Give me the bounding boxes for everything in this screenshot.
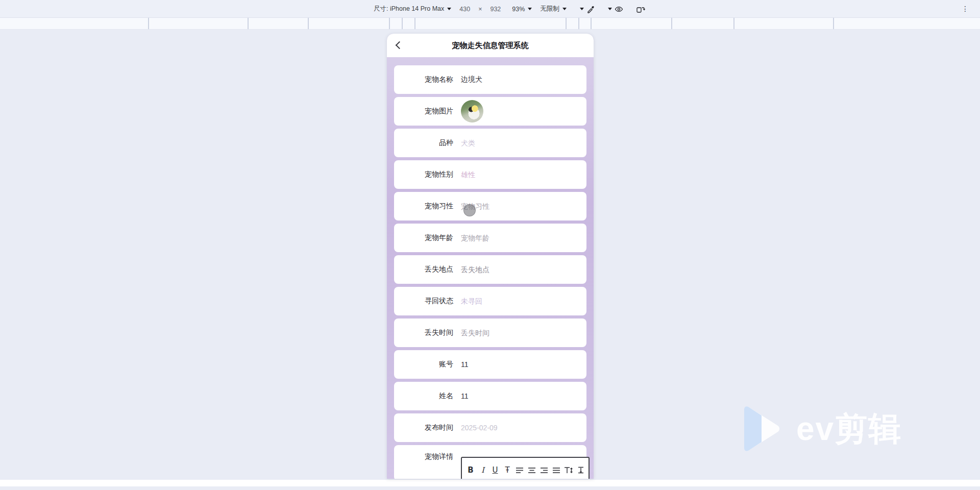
viewport-width-value[interactable]: 430	[459, 6, 470, 13]
breed-input[interactable]	[461, 139, 578, 147]
pet-form: 宠物名称 宠物图片 品种 宠物性别 宠物习性 宠物年龄 丢失地点	[387, 57, 594, 479]
rich-text-editor-toolbar: B I U Ŧ	[461, 457, 590, 479]
ruler-tick	[389, 18, 390, 29]
field-label: 宠物图片	[407, 107, 453, 116]
field-label: 丢失地点	[407, 265, 453, 274]
zoom-select[interactable]: 93%	[512, 6, 532, 13]
pet-name-input[interactable]	[461, 76, 578, 84]
form-row-pet-details: 宠物详情 B I U Ŧ	[394, 445, 586, 479]
lost-location-input[interactable]	[461, 265, 578, 274]
field-label: 丢失时间	[407, 328, 453, 337]
field-label: 宠物习性	[407, 202, 453, 211]
form-row-publish-time: 发布时间	[394, 413, 586, 442]
chevron-down-icon	[608, 8, 612, 10]
viewport-bottom-band	[0, 480, 980, 486]
color-picker-button[interactable]	[577, 5, 595, 13]
device-select[interactable]: 尺寸: iPhone 14 Pro Max	[374, 5, 451, 13]
form-row-name: 姓名	[394, 382, 586, 410]
gender-input[interactable]	[461, 170, 578, 179]
underline-icon[interactable]: U	[489, 465, 501, 475]
ruler-tick	[402, 18, 403, 29]
visibility-button[interactable]	[605, 6, 623, 13]
app-header: 宠物走失信息管理系统	[387, 34, 594, 57]
chevron-down-icon	[562, 8, 567, 10]
page-title: 宠物走失信息管理系统	[452, 41, 529, 51]
watermark-text: ev剪辑	[796, 407, 902, 451]
multiply-icon: ×	[478, 6, 482, 13]
chevron-down-icon	[580, 8, 584, 10]
align-left-icon[interactable]	[514, 465, 525, 475]
back-button[interactable]	[394, 41, 403, 50]
bold-icon[interactable]: B	[465, 465, 476, 475]
rotate-viewport-button[interactable]	[633, 5, 645, 13]
more-menu-icon[interactable]: ⋮	[962, 4, 969, 13]
field-label: 宠物名称	[407, 75, 453, 84]
form-row-pet-name: 宠物名称	[394, 65, 586, 94]
ruler-tick	[578, 18, 579, 29]
play-logo-icon	[739, 405, 783, 452]
color-picker-icon	[586, 5, 595, 13]
ruler-tick	[308, 18, 309, 29]
zoom-select-label: 93%	[512, 6, 525, 13]
device-select-label: 尺寸: iPhone 14 Pro Max	[374, 5, 444, 13]
watermark: ev剪辑	[739, 405, 902, 452]
ruler-tick	[566, 18, 567, 29]
rotate-device-icon	[636, 5, 645, 13]
field-label: 寻回状态	[407, 297, 453, 306]
font-size-icon[interactable]	[563, 465, 574, 475]
field-label: 宠物详情	[407, 452, 453, 461]
form-row-account: 账号	[394, 350, 586, 379]
align-justify-icon[interactable]	[551, 465, 562, 475]
chevron-down-icon	[528, 8, 532, 10]
recovery-status-input[interactable]	[461, 297, 578, 305]
age-input[interactable]	[461, 234, 578, 242]
account-input[interactable]	[461, 360, 578, 369]
form-row-age: 宠物年龄	[394, 224, 586, 252]
throttling-select[interactable]: 无限制	[540, 5, 567, 13]
form-row-recovery-status: 寻回状态	[394, 287, 586, 315]
ruler-tick	[248, 18, 249, 29]
field-label: 发布时间	[407, 423, 453, 432]
form-row-breed: 品种	[394, 129, 586, 157]
publish-time-input[interactable]	[461, 424, 578, 432]
ruler-tick	[733, 18, 734, 29]
field-label: 宠物性别	[407, 170, 453, 179]
field-label: 姓名	[407, 391, 453, 401]
form-row-habits: 宠物习性	[394, 192, 586, 220]
ruler-tick	[591, 18, 592, 29]
line-height-icon[interactable]	[575, 465, 586, 475]
field-label: 账号	[407, 360, 453, 369]
field-label: 品种	[407, 138, 453, 148]
ruler-tick	[833, 18, 834, 29]
field-label: 宠物年龄	[407, 233, 453, 242]
align-center-icon[interactable]	[526, 465, 537, 475]
ruler-tick	[414, 18, 415, 29]
throttling-select-label: 无限制	[540, 5, 559, 13]
media-query-ruler	[0, 18, 980, 30]
lost-time-input[interactable]	[461, 329, 578, 337]
devtools-toolbar: 尺寸: iPhone 14 Pro Max 430 × 932 93% 无限制	[0, 0, 980, 18]
owner-name-input[interactable]	[461, 392, 578, 400]
ruler-tick	[148, 18, 149, 29]
touch-cursor	[463, 204, 476, 216]
habits-input[interactable]	[461, 202, 578, 210]
eye-icon	[615, 6, 623, 13]
device-viewport: 宠物走失信息管理系统 宠物名称 宠物图片 品种 宠物性别 宠物习性 宠物年龄	[387, 34, 594, 479]
form-row-lost-time: 丢失时间	[394, 318, 586, 347]
viewport-height-value[interactable]: 932	[490, 6, 501, 13]
ruler-tick	[671, 18, 672, 29]
form-row-pet-image: 宠物图片	[394, 97, 586, 126]
pet-image[interactable]	[461, 100, 483, 122]
form-row-lost-location: 丢失地点	[394, 255, 586, 284]
chevron-down-icon	[447, 8, 451, 10]
form-row-gender: 宠物性别	[394, 160, 586, 189]
align-right-icon[interactable]	[538, 465, 550, 475]
italic-icon[interactable]: I	[477, 465, 488, 475]
strikethrough-icon[interactable]: Ŧ	[502, 465, 513, 475]
